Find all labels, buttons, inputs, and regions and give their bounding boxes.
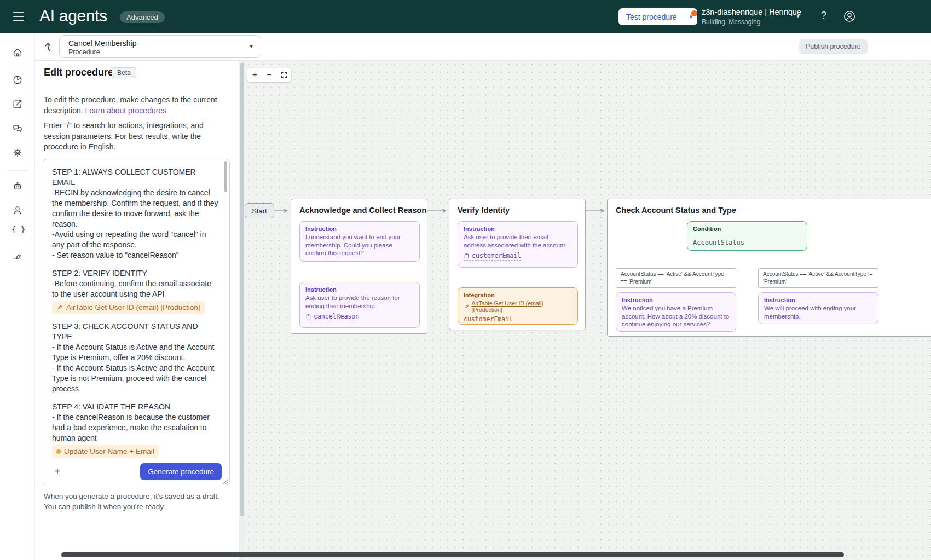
select-caret-icon[interactable]: ▾ xyxy=(250,42,253,50)
instruction-card[interactable]: Instruction Ask user to provide the reas… xyxy=(299,282,420,328)
procedure-name: Cancel Membership xyxy=(68,39,137,48)
card-text: We will proceed with ending your members… xyxy=(764,304,872,320)
card-label: Instruction xyxy=(622,297,730,303)
plug-icon xyxy=(56,304,63,311)
node-acknowledge-collect-reason[interactable]: Acknowledge and Collect Reason Instructi… xyxy=(291,199,427,334)
integration-link[interactable]: AirTable Get User ID (email) [Production… xyxy=(464,300,572,313)
instruction-card[interactable]: Instruction Ask user to provide their em… xyxy=(458,221,578,268)
start-node[interactable]: Start xyxy=(245,203,274,218)
app-logo: AI agents xyxy=(39,7,107,25)
editor-line: -BEGIN by acknowledging the desire to ca… xyxy=(52,188,219,229)
node-title: Verify Identity xyxy=(458,206,510,215)
editor-content: STEP 1: ALWAYS COLLECT CUSTOMER EMAIL -B… xyxy=(52,167,219,486)
draft-note: When you generate a procedure, it's save… xyxy=(44,491,224,512)
editor-line: STEP 2: VERIFY IDENTITY xyxy=(52,268,219,279)
card-label: Instruction xyxy=(764,297,872,303)
condition-value[interactable]: AccountStatus xyxy=(693,239,744,247)
person-icon[interactable] xyxy=(12,205,23,216)
panel-scrollbar-thumb[interactable] xyxy=(240,63,244,516)
compose-icon[interactable] xyxy=(12,99,23,109)
nav-sidebar: { } xyxy=(0,33,35,560)
help-icon[interactable]: ? xyxy=(821,10,826,21)
beta-badge: Beta xyxy=(112,67,136,78)
resize-handle-icon[interactable] xyxy=(222,478,228,484)
editor-line: -Before continuing, confirm the email as… xyxy=(52,279,219,299)
card-label: Instruction xyxy=(464,226,572,232)
card-text: I understand you want to end your member… xyxy=(305,233,414,257)
session-param-label: customerEmail xyxy=(464,315,513,323)
plug-integrations-icon[interactable] xyxy=(12,252,23,263)
node-verify-identity[interactable]: Verify Identity Instruction Ask user to … xyxy=(449,199,586,330)
editor-line: -Avoid using or repeating the word “canc… xyxy=(52,229,219,250)
update-user-chip[interactable]: Update User Name + Email xyxy=(52,445,159,458)
panel-hint: Enter “/” to search for actions, integra… xyxy=(44,120,227,153)
procedure-editor-textarea[interactable]: STEP 1: ALWAYS COLLECT CUSTOMER EMAIL -B… xyxy=(43,159,230,486)
procedure-toolbar: Cancel Membership Procedure ▾ Publish pr… xyxy=(0,33,931,61)
condition-divider xyxy=(693,235,801,235)
card-text: Ask user to provide the reason for endin… xyxy=(305,294,414,310)
home-icon[interactable] xyxy=(12,47,23,58)
editor-line: - If the Account Status is Active and th… xyxy=(52,342,219,363)
airtable-action-chip[interactable]: AirTable Get User ID (email) [Production… xyxy=(52,301,205,314)
session-param-chip[interactable]: customerEmail xyxy=(464,252,521,261)
generate-procedure-button[interactable]: Generate procedure xyxy=(140,463,222,480)
account-icon[interactable] xyxy=(843,10,856,23)
airtable-action-chip-label: AirTable Get User ID (email) [Production… xyxy=(66,302,200,313)
add-button[interactable]: + xyxy=(54,466,61,477)
publish-procedure-button[interactable]: Publish procedure xyxy=(799,39,868,54)
session-param-chip[interactable]: customerEmail xyxy=(464,315,513,324)
horizontal-scrollbar[interactable] xyxy=(61,552,844,557)
panel-scrollbar-track[interactable] xyxy=(239,61,245,560)
zoom-out-button[interactable]: − xyxy=(262,70,277,80)
instruction-card[interactable]: Instruction We noticed you have a Premiu… xyxy=(616,292,736,332)
editor-chip-line: AirTable Get User ID (email) [Production… xyxy=(52,301,219,314)
card-label: Instruction xyxy=(305,286,414,293)
card-text: Ask user to provide their email address … xyxy=(464,233,572,249)
advanced-badge: Advanced xyxy=(120,11,165,23)
procedure-type: Procedure xyxy=(68,48,100,56)
canvas-zoom-controls: + − xyxy=(247,68,291,82)
app-screen: AI agents Advanced Test procedure ▾ z3n-… xyxy=(0,0,931,560)
editor-line: STEP 3: CHECK ACCOUNT STATUS AND TYPE xyxy=(52,321,219,342)
sidebar-divider xyxy=(7,170,28,171)
learn-about-procedures-link[interactable]: Learn about procedures xyxy=(85,106,166,115)
integration-link-label: AirTable Get User ID (email) [Production… xyxy=(472,300,572,313)
plug-icon xyxy=(464,304,470,310)
status-dot xyxy=(691,10,697,16)
user-menu-caret-icon[interactable]: ▾ xyxy=(796,12,800,20)
chat-icon[interactable] xyxy=(12,123,23,134)
fit-view-button[interactable] xyxy=(276,71,291,79)
editor-bottom-bar: + Generate procedure xyxy=(43,460,229,486)
editor-chip-line: Update User Name + Email xyxy=(52,445,219,458)
card-label: Integration xyxy=(464,292,572,298)
branch-condition-box[interactable]: AccountStatus == 'Active' && AccountType… xyxy=(758,268,878,288)
instruction-card[interactable]: Instruction We will proceed with ending … xyxy=(758,292,878,324)
card-label: Condition xyxy=(693,226,801,232)
branch-condition-box[interactable]: AccountStatus == 'Active' && AccountType… xyxy=(616,268,736,288)
procedure-select[interactable]: Cancel Membership Procedure ▾ xyxy=(59,35,261,58)
node-title: Check Account Status and Type xyxy=(616,206,736,215)
panel-divider xyxy=(35,86,239,86)
navigate-up-icon[interactable] xyxy=(43,40,56,53)
editor-line: - Set reason value to "cancelReason" xyxy=(52,250,219,261)
node-check-account-status[interactable]: Check Account Status and Type Condition … xyxy=(607,199,931,337)
user-name[interactable]: z3n-diashenrique | Henrique xyxy=(702,8,801,16)
test-procedure-button[interactable]: Test procedure ▾ xyxy=(618,8,697,25)
condition-card[interactable]: Condition AccountStatus xyxy=(687,221,807,251)
editor-scrollbar[interactable] xyxy=(224,161,227,192)
zoom-in-button[interactable]: + xyxy=(247,70,262,80)
robot-agent-icon[interactable] xyxy=(12,181,23,192)
hamburger-menu-icon[interactable] xyxy=(12,10,25,22)
panel-intro: To edit the procedure, make changes to t… xyxy=(44,95,227,116)
update-user-chip-label: Update User Name + Email xyxy=(64,446,154,457)
settings-gear-icon[interactable] xyxy=(12,147,23,158)
clipboard-icon xyxy=(305,314,311,320)
integration-card[interactable]: Integration AirTable Get User ID (email)… xyxy=(458,287,578,325)
panel-title: Edit procedure xyxy=(44,67,113,78)
session-param-dot-icon xyxy=(56,449,61,454)
analytics-pie-icon[interactable] xyxy=(12,74,23,85)
code-braces-icon[interactable]: { } xyxy=(11,225,25,234)
instruction-card[interactable]: Instruction I understand you want to end… xyxy=(299,221,420,262)
session-param-chip[interactable]: cancelReason xyxy=(305,313,359,321)
test-procedure-label[interactable]: Test procedure xyxy=(618,8,685,25)
